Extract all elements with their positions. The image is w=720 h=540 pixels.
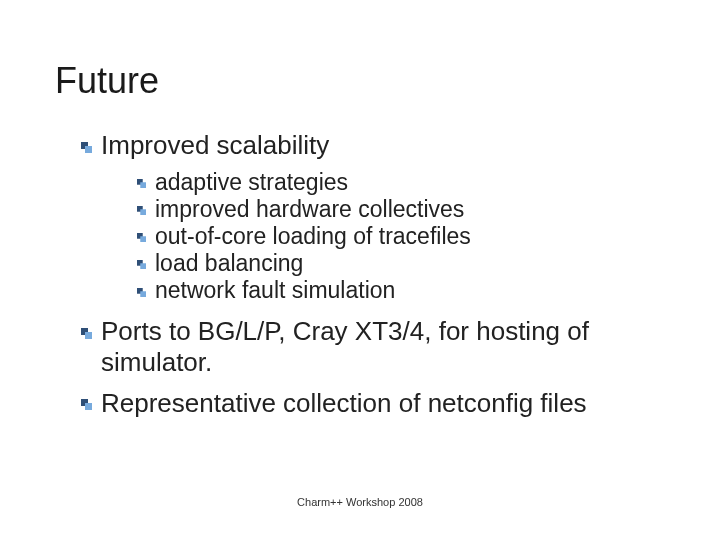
svg-rect-13 <box>85 332 92 339</box>
list-item: Improved scalability adaptive strategies <box>81 130 670 304</box>
bullet-icon <box>137 206 146 215</box>
sub-bullet-list: adaptive strategies improved hardware co… <box>101 169 670 305</box>
list-item-label: adaptive strategies <box>155 169 348 195</box>
list-item-label: network fault simulation <box>155 277 395 303</box>
list-item-label: improved hardware collectives <box>155 196 464 222</box>
bullet-list: Improved scalability adaptive strategies <box>55 130 670 418</box>
list-item-label: Representative collection of netconfig f… <box>101 388 587 418</box>
list-item: Ports to BG/L/P, Cray XT3/4, for hosting… <box>81 316 670 377</box>
bullet-icon <box>81 142 92 153</box>
bullet-icon <box>137 179 146 188</box>
list-item-label: load balancing <box>155 250 303 276</box>
bullet-icon <box>81 399 92 410</box>
svg-rect-11 <box>140 291 146 297</box>
list-item-label: Ports to BG/L/P, Cray XT3/4, for hosting… <box>101 316 589 377</box>
bullet-icon <box>137 288 146 297</box>
svg-rect-5 <box>140 209 146 215</box>
list-item: load balancing <box>137 250 670 277</box>
list-item: network fault simulation <box>137 277 670 304</box>
slide-footer: Charm++ Workshop 2008 <box>0 496 720 508</box>
svg-rect-9 <box>140 264 146 270</box>
list-item: adaptive strategies <box>137 169 670 196</box>
list-item: Representative collection of netconfig f… <box>81 388 670 419</box>
list-item-label: out-of-core loading of tracefiles <box>155 223 471 249</box>
list-item-label: Improved scalability <box>101 130 329 160</box>
list-item: improved hardware collectives <box>137 196 670 223</box>
slide: Future Improved scalability <box>0 0 720 540</box>
svg-rect-3 <box>140 182 146 188</box>
svg-rect-1 <box>85 146 92 153</box>
bullet-icon <box>81 328 92 339</box>
svg-rect-7 <box>140 237 146 243</box>
bullet-icon <box>137 260 146 269</box>
bullet-icon <box>137 233 146 242</box>
list-item: out-of-core loading of tracefiles <box>137 223 670 250</box>
svg-rect-15 <box>85 403 92 410</box>
slide-title: Future <box>55 60 670 102</box>
